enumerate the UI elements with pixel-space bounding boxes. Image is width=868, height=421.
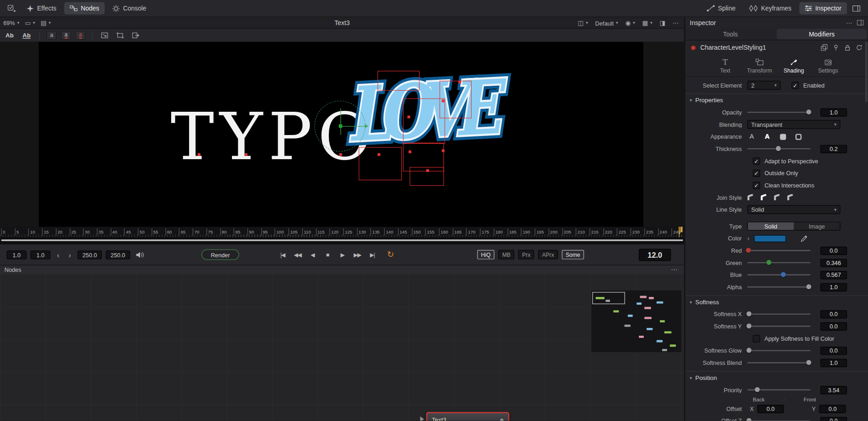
section-softness[interactable]: ▾Softness <box>685 295 868 308</box>
fast-forward-button[interactable]: ▶▶ <box>350 249 364 260</box>
nodes-menu-button[interactable]: ⋯ <box>671 266 678 274</box>
current-frame-display[interactable]: 12.0 <box>639 249 671 261</box>
slider-knob[interactable] <box>781 272 786 277</box>
join-arc-icon[interactable] <box>787 194 794 201</box>
slider-knob[interactable] <box>747 418 752 421</box>
render-end-field[interactable]: 250.0 <box>78 250 102 259</box>
step-back-button[interactable]: ‹ <box>54 250 62 259</box>
word-styling-button[interactable]: Ab <box>20 31 32 39</box>
timeline-scrollbar[interactable] <box>1 239 683 241</box>
fast-reverse-button[interactable]: ◀◀ <box>290 249 304 260</box>
quality-some-button[interactable]: Some <box>562 250 584 260</box>
section-properties[interactable]: ▾Properties <box>685 94 868 106</box>
viewer-canvas[interactable]: TYPO LOVE LOVE LOVE <box>39 42 643 227</box>
blending-dropdown[interactable]: Transparent▾ <box>747 120 841 129</box>
slider-knob[interactable] <box>806 109 811 114</box>
offset-z-value[interactable]: 0.0 <box>821 417 847 421</box>
quality-hiq-button[interactable]: HiQ <box>477 250 494 260</box>
join-bevel-icon[interactable] <box>747 194 754 201</box>
modifier-enable-dot[interactable] <box>691 45 696 50</box>
render-start-field[interactable]: 1.0 <box>31 250 51 259</box>
control-point[interactable] <box>198 153 200 156</box>
follower-tool-button[interactable]: a <box>47 31 57 39</box>
audio-button[interactable] <box>136 252 144 259</box>
loop-button[interactable]: ↻ <box>380 249 394 260</box>
lock-icon[interactable] <box>844 44 851 51</box>
comp-start-field[interactable]: 1.0 <box>7 250 27 259</box>
viewer-menu-button[interactable]: ⋯ <box>673 19 679 26</box>
color-swatch[interactable] <box>754 235 786 242</box>
green-value[interactable]: 0.346 <box>821 259 847 267</box>
clean-intersections-checkbox[interactable]: ✓ <box>753 182 760 189</box>
offset-z-slider[interactable] <box>747 420 810 421</box>
render-button[interactable]: Render <box>201 249 239 260</box>
control-point[interactable] <box>426 169 429 172</box>
priority-slider[interactable] <box>747 390 810 390</box>
quality-aprx-button[interactable]: APrx <box>538 250 558 260</box>
control-point[interactable] <box>442 99 444 102</box>
node-input-arrow-icon[interactable] <box>420 416 424 421</box>
gizmo-x-arrow-icon[interactable] <box>365 124 368 129</box>
control-point[interactable] <box>409 151 411 153</box>
slider-knob[interactable] <box>806 360 811 365</box>
red-value[interactable]: 0.0 <box>821 246 847 255</box>
red-slider[interactable] <box>747 250 810 251</box>
step-forward-button[interactable]: › <box>66 250 74 259</box>
stop-button[interactable]: ■ <box>321 249 334 260</box>
tab-text[interactable]: T Text <box>712 57 738 73</box>
viewer-option-a-dropdown[interactable]: ▭ ▾ <box>25 19 35 26</box>
quality-mb-button[interactable]: MB <box>498 250 514 260</box>
appearance-border-icon[interactable] <box>794 132 803 141</box>
tab-shading[interactable]: Shading <box>780 57 807 73</box>
blue-slider[interactable] <box>747 274 810 275</box>
alpha-value[interactable]: 1.0 <box>821 283 847 291</box>
toolbar-select-button[interactable] <box>5 2 19 15</box>
color-display-dropdown[interactable]: ◉ ▾ <box>625 19 635 26</box>
control-point[interactable] <box>378 153 380 156</box>
softness-y-slider[interactable] <box>747 326 810 327</box>
softness-blend-slider[interactable] <box>747 362 810 363</box>
green-slider[interactable] <box>747 262 810 263</box>
softness-glow-value[interactable]: 0.0 <box>821 347 847 355</box>
slider-knob[interactable] <box>806 284 811 289</box>
control-point[interactable] <box>442 149 444 152</box>
node-mask-port-icon[interactable]: ◆ <box>500 417 504 421</box>
select-element-dropdown[interactable]: 2 ▾ <box>747 81 781 89</box>
grid-options-dropdown[interactable]: ▦ ▾ <box>642 19 652 26</box>
softness-y-value[interactable]: 0.0 <box>821 322 847 330</box>
appearance-text-icon[interactable]: A <box>747 132 756 141</box>
slider-knob[interactable] <box>755 387 760 392</box>
expand-arrow-icon[interactable]: › <box>747 235 749 242</box>
crop-tool-button[interactable] <box>115 30 126 40</box>
keyframes-button[interactable]: Keyframes <box>743 2 797 15</box>
thickness-value[interactable]: 0.2 <box>821 145 847 153</box>
slider-knob[interactable] <box>747 348 752 353</box>
offset-y-value[interactable]: 0.0 <box>819 405 846 413</box>
transform-tool-button[interactable] <box>99 30 110 40</box>
versions-icon[interactable] <box>821 44 828 51</box>
outside-only-checkbox[interactable]: ✓ <box>753 170 760 177</box>
gizmo-center-handle[interactable] <box>339 125 342 128</box>
line-style-dropdown[interactable]: Solid▾ <box>747 205 841 214</box>
zoom-level-dropdown[interactable]: 69% ▾ <box>3 19 19 26</box>
inspector-menu-icon[interactable]: ⋯ <box>846 19 852 26</box>
control-point[interactable] <box>458 81 461 83</box>
split-view-dropdown[interactable]: ◫ ▾ <box>578 19 588 26</box>
play-reverse-button[interactable]: ◀ <box>305 249 319 260</box>
tab-transform[interactable]: Transform <box>746 57 773 73</box>
tab-modifiers[interactable]: Modifiers <box>777 29 867 39</box>
pin-icon[interactable] <box>832 44 839 51</box>
goto-start-button[interactable]: |◀ <box>276 249 289 260</box>
thickness-slider[interactable] <box>747 148 810 149</box>
enabled-checkbox[interactable]: ✓ <box>792 82 799 89</box>
console-button[interactable]: Console <box>107 2 152 15</box>
tab-settings[interactable]: Settings <box>815 57 842 73</box>
inspector-expand-icon[interactable] <box>857 20 864 26</box>
comp-end-field[interactable]: 250.0 <box>106 250 130 259</box>
viewer-option-b-dropdown[interactable]: ▤ ▾ <box>41 19 51 26</box>
slider-knob[interactable] <box>776 146 781 151</box>
adapt-to-perspective-checkbox[interactable]: ✓ <box>753 157 760 165</box>
quality-prx-button[interactable]: Prx <box>518 250 534 260</box>
blue-value[interactable]: 0.567 <box>821 270 847 279</box>
goto-end-button[interactable]: ▶| <box>365 249 379 260</box>
